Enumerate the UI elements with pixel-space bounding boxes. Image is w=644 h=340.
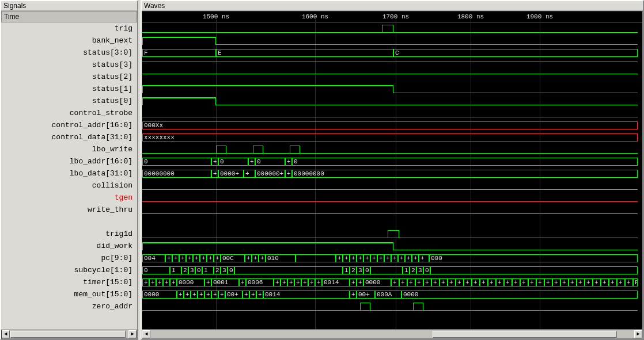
signal-label[interactable]: trig1d (1, 228, 137, 240)
wave-row[interactable]: 01230123012301230 (142, 265, 642, 277)
bus-value: + (165, 254, 172, 262)
wave-row[interactable] (142, 35, 642, 47)
wave-area[interactable]: FEC000Xxxxxxxxxx0+0+0+000000000+0000++00… (142, 23, 642, 330)
signal-label[interactable]: bank_next (1, 35, 137, 47)
wave-row[interactable] (142, 216, 642, 228)
waves-scrollbar[interactable]: ◄ ► (142, 330, 643, 339)
wave-row[interactable] (142, 240, 642, 253)
wave-row[interactable]: 00000000+0000++000000++00000000 (142, 168, 642, 180)
bus-value: 0000 (177, 278, 204, 286)
bus-value: + (200, 254, 207, 262)
bus-value: 0000 (142, 291, 177, 299)
wave-row[interactable] (142, 180, 642, 192)
bus-value: + (343, 254, 350, 262)
bus-value: + (593, 278, 601, 286)
wave-row[interactable]: +++++0000+0001+0006+++++++0014++0000++++… (142, 277, 642, 289)
wave-row[interactable] (142, 228, 642, 240)
bus-value: 0 (195, 266, 202, 274)
wave-row[interactable] (142, 108, 642, 120)
signal-label[interactable]: write_thru (1, 204, 137, 216)
wave-row[interactable]: 0000+++++++00++++0014+00+000A0000 (142, 289, 642, 301)
bus-value: + (285, 170, 292, 178)
signal-label[interactable]: control_addr[16:0] (1, 119, 137, 131)
signal-label[interactable]: tgen (1, 192, 137, 204)
bus-value: + (536, 278, 544, 286)
bus-value: + (336, 254, 343, 262)
signal-label[interactable]: control_strobe (1, 107, 137, 119)
bus-value: 0 (228, 266, 234, 274)
bus-value: + (211, 291, 218, 299)
scroll-left-icon[interactable]: ◄ (2, 330, 10, 338)
wave-row[interactable]: FEC (142, 47, 642, 59)
bus-value (296, 254, 336, 262)
signal-label[interactable] (1, 216, 137, 228)
signal-label[interactable]: timer[15:0] (1, 276, 137, 288)
waves-viewport[interactable]: 1500 ns1600 ns1700 ns1800 ns1900 ns FEC0… (142, 11, 643, 330)
wave-row[interactable]: xxxxxxxx (142, 132, 642, 144)
scroll-track[interactable] (150, 330, 634, 338)
wave-row[interactable]: 0+0+0+0 (142, 156, 642, 168)
bus-value: + (252, 254, 259, 262)
time-header[interactable]: Time (1, 11, 137, 22)
wave-row[interactable] (142, 23, 642, 35)
signal-label[interactable]: mem_out[15:0] (1, 288, 137, 300)
wave-row[interactable] (142, 71, 642, 83)
signal-label[interactable]: trig (1, 22, 137, 35)
bus-value: + (480, 278, 488, 286)
wave-row[interactable] (142, 144, 642, 156)
bus-value: xxxxxxxx (142, 133, 638, 142)
bus-value: 00+ (225, 291, 243, 299)
signals-scrollbar[interactable]: ◄ ► (1, 330, 137, 339)
signal-label[interactable]: zero_addr (1, 300, 137, 312)
signal-label[interactable]: status[1] (1, 83, 137, 95)
bus-value: + (308, 278, 315, 286)
signal-label[interactable]: pc[9:0] (1, 252, 137, 264)
bus-value: 3 (221, 266, 228, 274)
bus-value: + (204, 291, 211, 299)
bus-value: + (464, 278, 472, 286)
signal-label[interactable]: status[3:0] (1, 47, 137, 59)
wave-row[interactable] (142, 59, 642, 71)
wave-row[interactable] (142, 204, 642, 216)
signal-label[interactable]: subcycle[1:0] (1, 264, 137, 276)
scroll-right-icon[interactable]: ► (128, 330, 137, 338)
signals-title: Signals (1, 1, 137, 11)
scroll-thumb[interactable] (10, 331, 126, 338)
wave-row[interactable] (142, 192, 642, 204)
bus-value: 1 (343, 266, 350, 274)
bus-value: 1 (170, 266, 181, 274)
wave-row[interactable] (142, 83, 642, 95)
signal-label[interactable]: status[2] (1, 71, 137, 83)
scroll-left-icon[interactable]: ◄ (142, 330, 150, 338)
scroll-track[interactable] (10, 330, 128, 338)
wave-row[interactable]: 000Xx (142, 120, 642, 132)
bus-value: + (552, 278, 560, 286)
bus-value: + (544, 278, 552, 286)
bus-value: 0 (292, 158, 638, 166)
bus-value: + (184, 291, 191, 299)
signal-label[interactable]: lbo_data[31:0] (1, 167, 137, 179)
bus-value: 0014 (263, 291, 350, 299)
wave-row[interactable]: 004++++++++00C+++010+++++++++++++000 (142, 253, 642, 265)
signal-label[interactable]: collision (1, 179, 137, 192)
bus-value: + (357, 278, 363, 286)
bus-value: 004 (142, 254, 165, 262)
wave-row[interactable] (142, 95, 642, 108)
bus-value: 3 (188, 266, 195, 274)
signal-label[interactable]: status[3] (1, 59, 137, 71)
wave-row[interactable] (142, 301, 642, 313)
bus-value: + (377, 254, 384, 262)
bus-value: + (170, 278, 177, 286)
scroll-right-icon[interactable]: ► (634, 330, 642, 338)
bus-value: 0 (363, 266, 370, 274)
bus-value: + (142, 278, 149, 286)
signal-label[interactable]: control_data[31:0] (1, 131, 137, 143)
bus-value: + (512, 278, 520, 286)
signal-label[interactable]: did_work (1, 240, 137, 252)
bus-value: 0 (142, 158, 211, 166)
scroll-thumb[interactable] (433, 331, 617, 338)
signal-label[interactable]: status[0] (1, 95, 137, 107)
signal-label[interactable]: lbo_addr[16:0] (1, 155, 137, 167)
signal-label[interactable]: lbo_write (1, 143, 137, 155)
bus-value: + (249, 291, 256, 299)
